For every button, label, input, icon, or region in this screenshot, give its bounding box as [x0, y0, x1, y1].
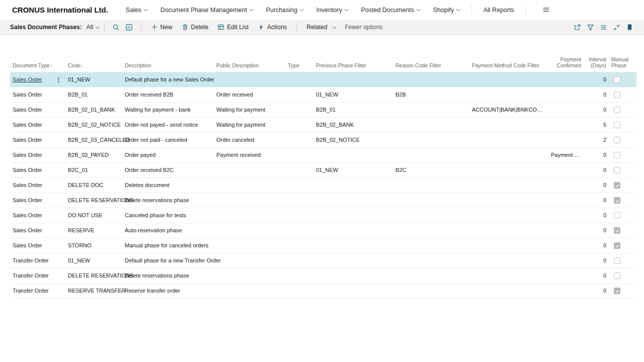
column-header-code[interactable]: Code↑ — [68, 62, 125, 68]
check-icon — [615, 183, 620, 188]
column-header-payment_method_code_filter[interactable]: Payment Method Code Filter — [472, 62, 551, 68]
column-header-previous_phase_filter[interactable]: Previous Phase Filter — [316, 62, 395, 68]
nav-item-all-reports[interactable]: All Reports — [484, 7, 514, 14]
view-filter-dropdown[interactable]: All — [87, 24, 99, 31]
cell-code: STORNO — [68, 238, 125, 253]
table-row[interactable]: Sales OrderB2B_03_PAYEDOrder payedPaymen… — [10, 148, 636, 163]
table-row[interactable]: Sales OrderB2B_02_03_CANCELEDOrder not p… — [10, 133, 636, 148]
page-title: Sales Document Phases: — [10, 24, 82, 31]
cell-public-description — [216, 193, 288, 208]
cell-payment-method-code-filter — [472, 178, 551, 193]
hamburger-menu-button[interactable] — [539, 4, 553, 17]
table-row[interactable]: Transfer Order01_NEWDefault phase for a … — [10, 253, 636, 268]
nav-item-label: Sales — [126, 7, 141, 14]
actions-button[interactable]: Actions — [253, 21, 291, 33]
manual-phase-checkbox[interactable] — [614, 273, 620, 279]
manual-phase-checkbox[interactable] — [614, 212, 620, 219]
manual-phase-checkbox[interactable] — [614, 227, 620, 234]
manual-phase-checkbox[interactable] — [614, 182, 620, 189]
cell-description: Deletes document — [125, 178, 216, 193]
table-row[interactable]: Sales OrderSTORNOManual phase for cancel… — [10, 238, 636, 253]
cell-payment-method-code-filter — [472, 238, 551, 253]
cell-manual-phase — [611, 284, 630, 298]
manual-phase-checkbox[interactable] — [614, 92, 620, 98]
nav-item-document-phase-management[interactable]: Document Phase Management — [160, 7, 253, 14]
cell-type — [288, 148, 316, 162]
manual-phase-checkbox[interactable] — [614, 288, 620, 294]
new-button[interactable]: New — [146, 21, 177, 33]
cell-previous-phase-filter — [316, 238, 395, 253]
bookmark-icon — [626, 24, 633, 31]
column-header-interval_days[interactable]: Interval (Days) — [586, 56, 611, 68]
cell-interval-days: 0 — [586, 163, 611, 177]
manual-phase-checkbox[interactable] — [614, 122, 620, 128]
table-row[interactable]: Sales OrderRESERVEAuto-reservation phase… — [10, 223, 636, 238]
row-ellipsis-icon[interactable]: ⋮ — [55, 76, 62, 83]
view-options-button[interactable] — [597, 21, 610, 33]
cell-document-type: Transfer Order — [13, 284, 68, 298]
search-button[interactable] — [110, 21, 123, 33]
cell-document-type: Sales Order — [13, 148, 68, 162]
company-name[interactable]: CRONUS International Ltd. — [12, 6, 108, 14]
manual-phase-checkbox[interactable] — [614, 167, 620, 173]
collapse-page-button[interactable] — [610, 21, 623, 33]
cell-code: DELETE RESERVATIONS — [68, 268, 125, 283]
table-row[interactable]: Sales OrderB2B_02_01_BANKWaiting for pay… — [10, 103, 636, 118]
cell-reason-code-filter: B2B — [395, 87, 472, 102]
cell-public-description: Order received — [216, 87, 288, 102]
table-body: Sales Order⋮01_NEWDefault phase for a ne… — [10, 72, 636, 299]
related-button[interactable]: Related — [302, 21, 340, 33]
cell-interval-days: 0 — [586, 178, 611, 193]
table-row[interactable]: Transfer OrderDELETE RESERVATIONSDelete … — [10, 268, 636, 284]
nav-item-shopify[interactable]: Shopify — [433, 7, 460, 14]
table-row[interactable]: Sales OrderB2C_01Order received B2C01_NE… — [10, 163, 636, 178]
table-row[interactable]: Sales OrderDELETE RESERVATIONSDelete res… — [10, 193, 636, 208]
nav-item-inventory[interactable]: Inventory — [316, 7, 348, 14]
table-row[interactable]: Sales OrderB2B_01Order received B2BOrder… — [10, 87, 636, 103]
table-row[interactable]: Sales OrderDO NOT USECanceled phase for … — [10, 208, 636, 223]
cell-public-description — [216, 253, 288, 268]
cell-manual-phase — [611, 103, 630, 117]
manual-phase-checkbox[interactable] — [614, 137, 620, 143]
chevron-down-icon — [333, 25, 337, 29]
manual-phase-checkbox[interactable] — [614, 76, 620, 83]
edit-list-button[interactable]: Edit List — [213, 21, 253, 33]
nav-item-posted-documents[interactable]: Posted Documents — [361, 7, 420, 14]
nav-item-purchasing[interactable]: Purchasing — [266, 7, 303, 14]
cell-description: Auto-reservation phase — [125, 223, 216, 238]
filter-button[interactable] — [584, 21, 597, 33]
nav-item-label: Document Phase Management — [160, 7, 247, 14]
column-header-document_type[interactable]: Document Type↑ — [13, 62, 68, 68]
cell-previous-phase-filter: 01_NEW — [316, 163, 395, 177]
column-header-description[interactable]: Description — [125, 62, 216, 68]
cell-code: B2B_02_02_NOTICE — [68, 118, 125, 132]
cell-previous-phase-filter: 01_NEW — [316, 87, 395, 102]
manual-phase-checkbox[interactable] — [614, 152, 620, 158]
table-row[interactable]: Sales OrderDELETE DOCDeletes document0 — [10, 178, 636, 193]
nav-menu: Sales Document Phase Management Purchasi… — [119, 4, 553, 17]
column-header-public_description[interactable]: Public Description — [216, 62, 288, 68]
nav-item-sales[interactable]: Sales — [126, 7, 147, 14]
table-row[interactable]: Sales Order⋮01_NEWDefault phase for a ne… — [10, 72, 636, 87]
cell-previous-phase-filter — [316, 208, 395, 223]
delete-button[interactable]: Delete — [177, 21, 213, 33]
document-type-link[interactable]: Sales Order — [13, 72, 42, 87]
analysis-mode-button[interactable] — [123, 21, 136, 33]
check-icon — [615, 198, 620, 203]
nav-divider — [471, 6, 472, 15]
manual-phase-checkbox[interactable] — [614, 107, 620, 113]
column-header-reason_code_filter[interactable]: Reason Code Filter — [395, 62, 472, 68]
column-header-manual_phase[interactable]: Manual Phase — [611, 56, 630, 68]
column-header-payment_confirmed[interactable]: Payment Confirmed — [551, 56, 586, 68]
manual-phase-checkbox[interactable] — [614, 242, 620, 249]
toolbar-divider — [296, 23, 297, 31]
manual-phase-checkbox[interactable] — [614, 197, 620, 204]
column-header-type[interactable]: Type — [288, 62, 316, 68]
share-button[interactable] — [571, 21, 584, 33]
manual-phase-checkbox[interactable] — [614, 257, 620, 264]
bookmark-button[interactable] — [623, 21, 636, 33]
table-row[interactable]: Transfer OrderRESERVE TRANSFERReserve tr… — [10, 284, 636, 299]
fewer-options-button[interactable]: Fewer options — [340, 21, 387, 33]
table-row[interactable]: Sales OrderB2B_02_02_NOTICEOrder not pay… — [10, 118, 636, 133]
cell-reason-code-filter — [395, 148, 472, 162]
